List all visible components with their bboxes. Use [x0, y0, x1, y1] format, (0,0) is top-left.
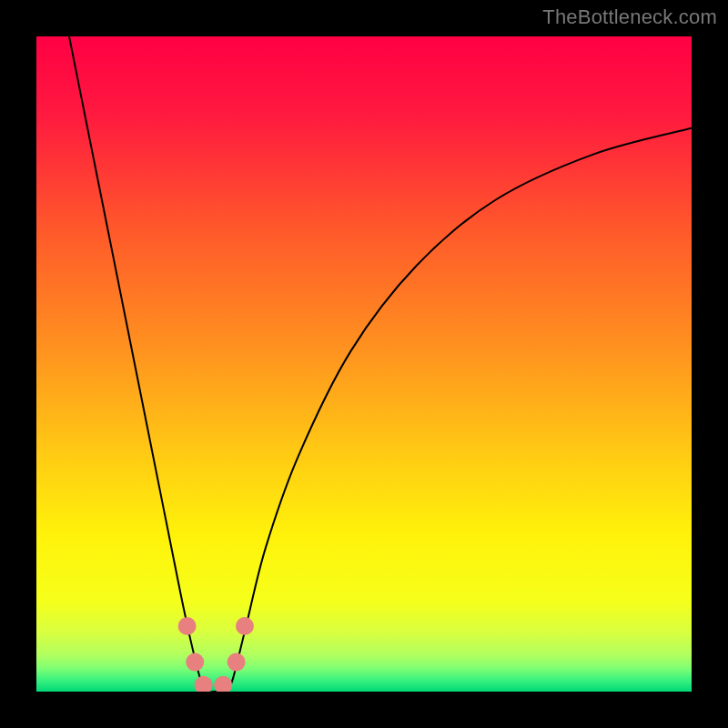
- plot-area: [36, 36, 692, 692]
- svg-rect-0: [36, 36, 692, 692]
- background-gradient: [36, 36, 692, 692]
- chart-frame: TheBottleneck.com: [0, 0, 728, 728]
- watermark-text: TheBottleneck.com: [542, 5, 717, 29]
